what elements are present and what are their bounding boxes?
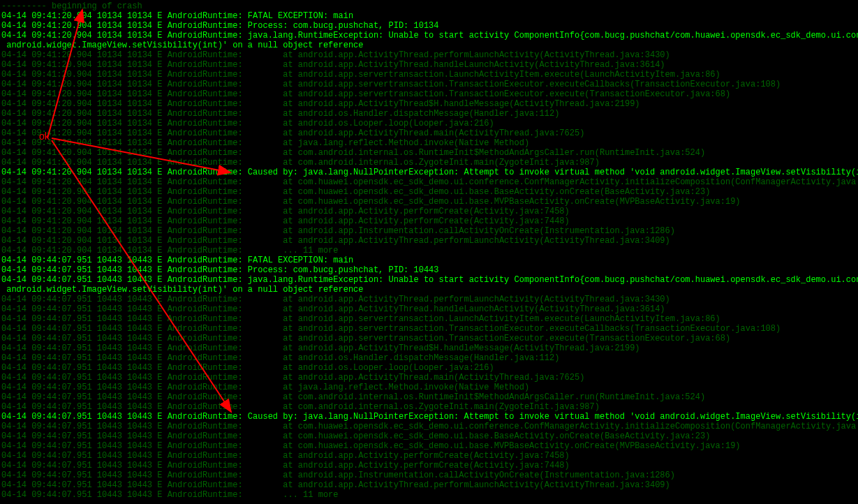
- log-line: 04-14 09:41:20.904 10134 10134 E Android…: [1, 236, 857, 246]
- log-line: android.widget.ImageView.setVisibility(i…: [1, 40, 857, 50]
- log-line: 04-14 09:44:07.951 10443 10443 E Android…: [1, 402, 857, 412]
- log-line: 04-14 09:44:07.951 10443 10443 E Android…: [1, 383, 857, 392]
- log-line: 04-14 09:41:20.904 10134 10134 E Android…: [1, 109, 857, 119]
- log-line: 04-14 09:44:07.951 10443 10443 E Android…: [1, 255, 857, 265]
- log-line: 04-14 09:44:07.951 10443 10443 E Android…: [1, 334, 857, 343]
- log-line: 04-14 09:41:20.904 10134 10134 E Android…: [1, 168, 857, 177]
- log-line: 04-14 09:41:20.904 10134 10134 E Android…: [1, 89, 857, 99]
- log-line: 04-14 09:41:20.904 10134 10134 E Android…: [1, 70, 857, 80]
- log-line: 04-14 09:41:20.904 10134 10134 E Android…: [1, 216, 857, 226]
- log-line: 04-14 09:41:20.904 10134 10134 E Android…: [1, 119, 857, 128]
- log-line: 04-14 09:44:07.951 10443 10443 E Android…: [1, 314, 857, 324]
- log-line: 04-14 09:41:20.904 10134 10134 E Android…: [1, 21, 857, 31]
- log-line: 04-14 09:44:07.951 10443 10443 E Android…: [1, 343, 857, 353]
- log-line: 04-14 09:44:07.951 10443 10443 E Android…: [1, 324, 857, 334]
- log-line: 04-14 09:44:07.951 10443 10443 E Android…: [1, 363, 857, 373]
- log-line: 04-14 09:44:07.951 10443 10443 E Android…: [1, 373, 857, 383]
- log-line: 04-14 09:41:20.904 10134 10134 E Android…: [1, 207, 857, 216]
- log-line: 04-14 09:44:07.951 10443 10443 E Android…: [1, 275, 857, 285]
- log-line: 04-14 09:44:07.951 10443 10443 E Android…: [1, 392, 857, 402]
- log-line: 04-14 09:44:07.951 10443 10443 E Android…: [1, 470, 857, 480]
- log-line: 04-14 09:41:20.904 10134 10134 E Android…: [1, 50, 857, 60]
- annotation-ok-label: ok: [39, 131, 50, 141]
- log-line: 04-14 09:41:20.904 10134 10134 E Android…: [1, 60, 857, 70]
- log-line: 04-14 09:41:20.904 10134 10134 E Android…: [1, 128, 857, 138]
- log-line: 04-14 09:44:07.951 10443 10443 E Android…: [1, 265, 857, 275]
- log-line: 04-14 09:44:07.951 10443 10443 E Android…: [1, 480, 857, 490]
- log-line: 04-14 09:41:20.904 10134 10134 E Android…: [1, 99, 857, 109]
- log-line: 04-14 09:44:07.951 10443 10443 E Android…: [1, 422, 857, 431]
- log-line: 04-14 09:44:07.951 10443 10443 E Android…: [1, 431, 857, 441]
- terminal-output[interactable]: --------- beginning of crash04-14 09:41:…: [0, 0, 858, 504]
- log-line: 04-14 09:41:20.904 10134 10134 E Android…: [1, 197, 857, 207]
- log-line: 04-14 09:44:07.951 10443 10443 E Android…: [1, 304, 857, 314]
- log-line: 04-14 09:41:20.904 10134 10134 E Android…: [1, 11, 857, 21]
- log-line: 04-14 09:41:20.904 10134 10134 E Android…: [1, 31, 857, 40]
- log-line: 04-14 09:41:20.904 10134 10134 E Android…: [1, 148, 857, 158]
- log-line: 04-14 09:41:20.904 10134 10134 E Android…: [1, 187, 857, 197]
- log-line: 04-14 09:44:07.951 10443 10443 E Android…: [1, 412, 857, 422]
- log-line: 04-14 09:41:20.904 10134 10134 E Android…: [1, 246, 857, 255]
- log-line: 04-14 09:44:07.951 10443 10443 E Android…: [1, 295, 857, 304]
- log-line: 04-14 09:41:20.904 10134 10134 E Android…: [1, 80, 857, 89]
- log-line: 04-14 09:44:07.951 10443 10443 E Android…: [1, 451, 857, 461]
- log-line: 04-14 09:41:20.904 10134 10134 E Android…: [1, 226, 857, 236]
- log-line: android.widget.ImageView.setVisibility(i…: [1, 285, 857, 295]
- log-line: --------- beginning of crash: [1, 1, 857, 11]
- log-line: 04-14 09:44:07.951 10443 10443 E Android…: [1, 461, 857, 470]
- log-line: 04-14 09:44:07.951 10443 10443 E Android…: [1, 441, 857, 451]
- log-line: 04-14 09:44:07.951 10443 10443 E Android…: [1, 353, 857, 363]
- log-line: 04-14 09:44:07.951 10443 10443 E Android…: [1, 490, 857, 500]
- log-line: 04-14 09:41:20.904 10134 10134 E Android…: [1, 138, 857, 148]
- log-line: 04-14 09:41:20.904 10134 10134 E Android…: [1, 158, 857, 168]
- log-line: 04-14 09:41:20.904 10134 10134 E Android…: [1, 177, 857, 187]
